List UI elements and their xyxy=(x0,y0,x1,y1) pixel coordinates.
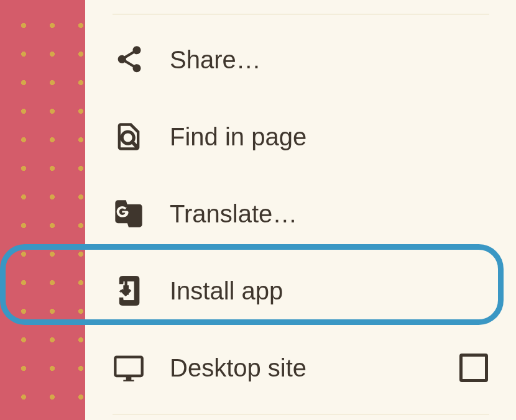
overflow-menu-panel: Share… Find in page Translate… Install a… xyxy=(85,0,516,420)
share-label: Share… xyxy=(170,46,261,74)
install-app-icon xyxy=(113,275,170,307)
install-app-label: Install app xyxy=(170,277,283,305)
share-menu-item[interactable]: Share… xyxy=(85,21,516,98)
share-icon xyxy=(113,43,170,76)
find-in-page-menu-item[interactable]: Find in page xyxy=(85,98,516,175)
desktop-site-checkbox[interactable] xyxy=(459,354,488,382)
install-app-menu-item[interactable]: Install app xyxy=(85,252,516,329)
translate-menu-item[interactable]: Translate… xyxy=(85,175,516,252)
translate-label: Translate… xyxy=(170,200,297,228)
divider xyxy=(113,414,489,415)
find-in-page-label: Find in page xyxy=(170,123,306,151)
find-in-page-icon xyxy=(113,121,170,153)
divider xyxy=(113,14,489,15)
desktop-icon xyxy=(113,352,170,384)
desktop-site-label: Desktop site xyxy=(170,354,306,382)
translate-icon xyxy=(113,198,170,230)
desktop-site-menu-item[interactable]: Desktop site xyxy=(85,329,516,406)
